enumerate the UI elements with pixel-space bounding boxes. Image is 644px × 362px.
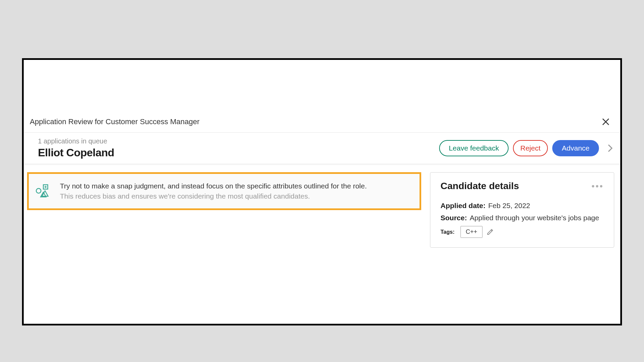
candidate-bar: 1 applications in queue Elliot Copeland … xyxy=(24,133,620,164)
tags-label: Tags: xyxy=(441,229,454,235)
page-title: Application Review for Customer Success … xyxy=(30,117,199,126)
header-bar: Application Review for Customer Success … xyxy=(24,111,620,133)
pencil-icon xyxy=(487,229,493,235)
candidate-details-panel: Candidate details Applied date: Feb 25, … xyxy=(430,172,614,248)
candidate-info: 1 applications in queue Elliot Copeland xyxy=(38,137,114,159)
leave-feedback-button[interactable]: Leave feedback xyxy=(439,140,508,156)
svg-point-5 xyxy=(36,188,41,193)
applied-date-label: Applied date: xyxy=(441,202,486,210)
banner-text: Try not to make a snap judgment, and ins… xyxy=(60,182,367,200)
application-review-window: Application Review for Customer Success … xyxy=(22,58,622,325)
applied-date-value: Feb 25, 2022 xyxy=(488,202,530,210)
tag-item: C++ xyxy=(460,226,482,238)
source-row: Source: Applied through your website's j… xyxy=(441,214,604,222)
dots-icon xyxy=(592,185,594,187)
panel-header: Candidate details xyxy=(441,181,604,191)
candidate-name: Elliot Copeland xyxy=(38,146,114,159)
applied-date-row: Applied date: Feb 25, 2022 xyxy=(441,202,604,210)
action-buttons: Leave feedback Reject Advance xyxy=(439,140,614,156)
advance-button[interactable]: Advance xyxy=(552,140,599,156)
queue-count: 1 applications in queue xyxy=(38,137,114,145)
bias-reminder-banner: Try not to make a snap judgment, and ins… xyxy=(27,172,421,210)
source-value: Applied through your website's jobs page xyxy=(470,214,599,222)
edit-tags-button[interactable] xyxy=(486,228,494,236)
close-icon xyxy=(602,118,609,126)
content-area: Try not to make a snap judgment, and ins… xyxy=(24,164,620,248)
more-options-button[interactable] xyxy=(591,184,604,189)
next-button[interactable] xyxy=(606,142,614,154)
close-button[interactable] xyxy=(601,117,611,127)
shapes-icon xyxy=(36,182,50,199)
reject-button[interactable]: Reject xyxy=(513,140,548,156)
chevron-right-icon xyxy=(607,144,613,153)
tags-row: Tags: C++ xyxy=(441,226,604,238)
banner-secondary-text: This reduces bias and ensures we're cons… xyxy=(60,192,367,200)
source-label: Source: xyxy=(441,214,467,222)
panel-title: Candidate details xyxy=(441,181,519,191)
banner-primary-text: Try not to make a snap judgment, and ins… xyxy=(60,182,367,190)
